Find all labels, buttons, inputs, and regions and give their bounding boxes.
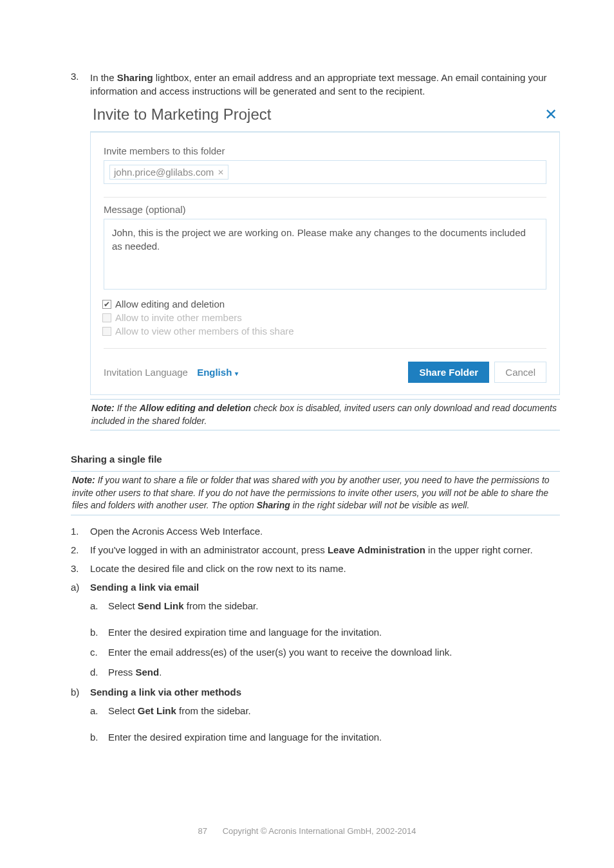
message-label: Message (optional) bbox=[104, 204, 546, 215]
invite-email-input[interactable]: john.price@glilabs.com ✕ bbox=[104, 160, 546, 184]
allow-invite-checkbox[interactable]: Allow to invite other members bbox=[102, 312, 546, 323]
dialog-title: Invite to Marketing Project bbox=[93, 106, 271, 124]
list-item: c.Enter the email address(es) of the use… bbox=[90, 645, 560, 659]
cancel-button[interactable]: Cancel bbox=[494, 362, 546, 383]
sharing-single-file-heading: Sharing a single file bbox=[71, 454, 560, 465]
note-allow-editing: Note: If the Allow editing and deletion … bbox=[90, 399, 560, 430]
dialog-body: Invite members to this folder john.price… bbox=[90, 131, 560, 395]
allow-view-members-checkbox[interactable]: Allow to view other members of this shar… bbox=[102, 326, 546, 337]
page-footer: 87 Copyright © Acronis International Gmb… bbox=[0, 826, 614, 836]
language-value: English ▾ bbox=[197, 367, 238, 378]
list-item: b.Enter the desired expiration time and … bbox=[90, 730, 560, 744]
allow-editing-checkbox[interactable]: ✔ Allow editing and deletion bbox=[102, 299, 546, 309]
email-chip: john.price@glilabs.com ✕ bbox=[109, 165, 228, 180]
message-textarea[interactable]: John, this is the project we are working… bbox=[104, 219, 546, 290]
language-label: Invitation Language bbox=[104, 367, 188, 378]
list-item: a.Select Send Link from the sidebar. bbox=[90, 599, 560, 613]
invite-dialog: Invite to Marketing Project ✕ Invite mem… bbox=[90, 106, 560, 395]
step-text: In the Sharing lightbox, enter an email … bbox=[90, 71, 560, 98]
invite-members-label: Invite members to this folder bbox=[104, 145, 546, 156]
list-item: 3.Locate the desired file and click on t… bbox=[71, 562, 560, 575]
checkbox-unchecked-icon bbox=[102, 327, 111, 336]
chevron-down-icon: ▾ bbox=[233, 370, 238, 377]
list-item: 1.Open the Acronis Access Web Interface. bbox=[71, 524, 560, 538]
dialog-header: Invite to Marketing Project ✕ bbox=[90, 106, 560, 131]
close-icon[interactable]: ✕ bbox=[544, 106, 557, 124]
page-number: 87 bbox=[198, 826, 207, 836]
instruction-list: 1.Open the Acronis Access Web Interface.… bbox=[71, 524, 560, 744]
note-sharing-permission: Note: If you want to share a file or fol… bbox=[71, 471, 560, 515]
step-number: 3. bbox=[71, 71, 90, 98]
share-folder-button[interactable]: Share Folder bbox=[408, 362, 489, 383]
divider bbox=[104, 197, 546, 198]
email-chip-text: john.price@glilabs.com bbox=[114, 167, 214, 178]
dialog-buttons: Share Folder Cancel bbox=[408, 362, 546, 383]
sub-list-b: a.Select Get Link from the sidebar. b.En… bbox=[90, 704, 560, 744]
checkbox-unchecked-icon bbox=[102, 313, 111, 322]
list-item: b.Enter the desired expiration time and … bbox=[90, 625, 560, 639]
dialog-footer: Invitation Language English ▾ Share Fold… bbox=[104, 355, 546, 383]
list-item: b)Sending a link via other methods bbox=[71, 685, 560, 699]
message-value: John, this is the project we are working… bbox=[112, 227, 526, 252]
step-3: 3. In the Sharing lightbox, enter an ema… bbox=[71, 71, 560, 98]
language-selector[interactable]: Invitation Language English ▾ bbox=[104, 367, 238, 378]
sub-list-a: a.Select Send Link from the sidebar. b.E… bbox=[90, 599, 560, 679]
permissions-group: ✔ Allow editing and deletion Allow to in… bbox=[102, 299, 546, 337]
list-item: d.Press Send. bbox=[90, 665, 560, 679]
copyright-text: Copyright © Acronis International GmbH, … bbox=[223, 826, 416, 836]
chip-remove-icon[interactable]: ✕ bbox=[218, 168, 224, 177]
list-item: 2.If you've logged in with an administra… bbox=[71, 543, 560, 557]
list-item: a.Select Get Link from the sidebar. bbox=[90, 704, 560, 717]
list-item: a)Sending a link via email bbox=[71, 580, 560, 594]
divider bbox=[104, 348, 546, 349]
checkbox-checked-icon: ✔ bbox=[102, 300, 111, 309]
